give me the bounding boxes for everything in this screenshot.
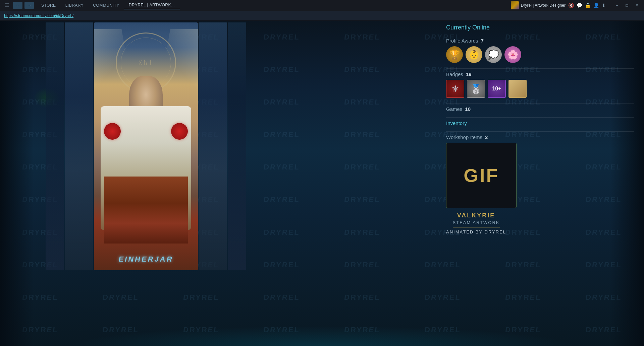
badges-header: Badges 19: [446, 71, 634, 77]
inventory-section: Inventory: [446, 120, 634, 126]
user-name: Dryrel | Artwork Designer: [521, 3, 566, 8]
badge-item-1[interactable]: ⚜: [446, 80, 464, 98]
watermark-cell: DRYREL: [482, 281, 565, 314]
watermark-cell: DRYREL: [321, 281, 404, 314]
watermark-cell: DRYREL: [321, 53, 404, 86]
badges-section: Badges 19 ⚜ 🥈 10+: [446, 71, 634, 98]
gif-caption: VALKYRIE STEAM ARTWORK ANIMATED BY DRYRE…: [446, 212, 506, 234]
badges-label: Badges: [446, 71, 463, 77]
artwork-strip-left: [65, 22, 93, 270]
artwork-main: ᚷᚢᚾ EINHERJAR: [94, 22, 198, 270]
tab-library[interactable]: LIBRARY: [61, 2, 89, 9]
valkyrie-illustration: ᚷᚢᚾ EINHERJAR: [94, 22, 198, 270]
watermark-cell: DRYREL: [321, 21, 404, 53]
watermark-cell: DRYREL: [321, 151, 404, 183]
close-button[interactable]: ×: [633, 2, 641, 9]
online-status: Currently Online: [446, 24, 634, 31]
profile-info: Currently Online Profile Awards 7 🏆 👶 💭 …: [446, 24, 634, 240]
window-controls: − □ ×: [612, 2, 641, 9]
badge-item-2[interactable]: 🥈: [467, 80, 485, 98]
gif-divider: [453, 227, 500, 227]
watermark-cell: DRYREL: [321, 118, 404, 151]
tab-store[interactable]: STORE: [37, 2, 61, 9]
workshop-label: Workshop Items: [446, 134, 482, 140]
titlebar-icons: 🔇 💬 🔒 👤 ⬇: [568, 3, 606, 8]
artwork-title: EINHERJAR: [118, 255, 173, 264]
divider-1: [446, 68, 634, 69]
address-url[interactable]: https://steamcommunity.com/id/DryreL/: [4, 13, 73, 18]
lock-icon[interactable]: 🔒: [585, 3, 591, 8]
forward-button[interactable]: →: [24, 2, 34, 9]
artwork-strip-right: [199, 22, 227, 270]
awards-items: 🏆 👶 💭 🌸: [446, 46, 634, 63]
profile-awards-section: Profile Awards 7 🏆 👶 💭 🌸: [446, 38, 634, 63]
gif-title: VALKYRIE: [446, 212, 506, 219]
divider-2: [446, 103, 634, 103]
badges-items: ⚜ 🥈 10+: [446, 80, 634, 98]
watermark-cell: DRYREL: [482, 249, 565, 281]
menu-button[interactable]: ☰: [3, 2, 11, 8]
watermark-cell: DRYREL: [321, 216, 404, 249]
gif-card-container: GIF VALKYRIE STEAM ARTWORK ANIMATED BY D…: [446, 143, 634, 234]
workshop-section: Workshop Items 2 GIF VALKYRIE STEAM ARTW…: [446, 134, 634, 234]
games-header: Games 10: [446, 106, 634, 112]
awards-header: Profile Awards 7: [446, 38, 634, 44]
title-bar: ☰ ← → STORE LIBRARY COMMUNITY DRYREL | A…: [0, 0, 644, 11]
gif-subtitle: STEAM ARTWORK: [446, 220, 506, 225]
award-item-4[interactable]: 🌸: [504, 46, 521, 63]
games-label: Games: [446, 106, 462, 112]
watermark-cell: DRYREL: [401, 249, 484, 281]
gif-card[interactable]: GIF: [446, 143, 517, 208]
user-area[interactable]: Dryrel | Artwork Designer: [511, 1, 566, 9]
back-button[interactable]: ←: [13, 2, 22, 9]
watermark-cell: DRYREL: [401, 281, 484, 314]
inventory-link[interactable]: Inventory: [446, 120, 467, 126]
artwork-strip-far-left: [46, 22, 64, 270]
notifications-icon[interactable]: 💬: [577, 3, 582, 8]
watermark-cell: DRYREL: [321, 249, 404, 281]
award-item-1[interactable]: 🏆: [446, 46, 463, 63]
profile-icon[interactable]: 👤: [593, 3, 599, 8]
badge-item-3[interactable]: 10+: [488, 80, 506, 98]
artwork-strip-far-right: [228, 22, 246, 270]
avatar: [511, 1, 519, 9]
rose-right: [171, 123, 188, 140]
games-count: 10: [465, 106, 471, 112]
watermark-cell: DRYREL: [321, 86, 404, 118]
award-item-2[interactable]: 👶: [466, 46, 482, 63]
workshop-count: 2: [485, 134, 488, 140]
artwork-panel: ᚷᚢᚾ EINHERJAR: [0, 21, 292, 346]
awards-count: 7: [481, 38, 484, 44]
nav-left: ☰ ← →: [3, 2, 34, 9]
badge-item-4[interactable]: [508, 80, 527, 98]
maximize-button[interactable]: □: [623, 2, 631, 9]
games-section: Games 10: [446, 106, 634, 112]
artwork-strips: ᚷᚢᚾ EINHERJAR: [46, 22, 246, 270]
armor-body: [104, 177, 188, 244]
tab-community[interactable]: COMMUNITY: [88, 2, 124, 9]
divider-4: [446, 131, 634, 132]
gif-label: GIF: [464, 164, 499, 186]
mute-icon[interactable]: 🔇: [568, 3, 574, 8]
download-icon[interactable]: ⬇: [602, 3, 606, 8]
gif-animated-by: ANIMATED BY DRYREL: [446, 229, 506, 234]
inventory-header: Inventory: [446, 120, 634, 126]
minimize-button[interactable]: −: [612, 2, 621, 9]
tab-current[interactable]: DRYREL | ARTWORK...: [124, 1, 180, 9]
nav-tabs: STORE LIBRARY COMMUNITY DRYREL | ARTWORK…: [37, 1, 180, 9]
watermark-cell: DRYREL: [321, 183, 404, 216]
divider-3: [446, 117, 634, 118]
awards-label: Profile Awards: [446, 38, 478, 44]
main-content: DRYRELDRYRELDRYRELDRYRELDRYRELDRYRELDRYR…: [0, 21, 644, 346]
award-item-3[interactable]: 💭: [485, 46, 502, 63]
badges-count: 19: [466, 71, 472, 77]
address-bar: https://steamcommunity.com/id/DryreL/: [0, 11, 644, 21]
workshop-header: Workshop Items 2: [446, 134, 634, 140]
titlebar-right: Dryrel | Artwork Designer 🔇 💬 🔒 👤 ⬇ − □ …: [511, 1, 641, 9]
rose-left: [104, 123, 121, 140]
